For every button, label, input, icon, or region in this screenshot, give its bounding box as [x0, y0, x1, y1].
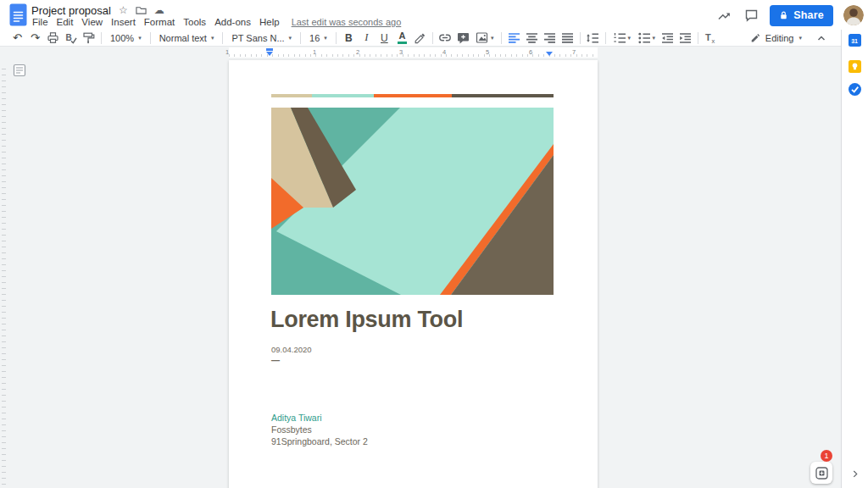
doc-author[interactable]: Aditya Tiwari	[271, 413, 322, 423]
font-select[interactable]: PT Sans N...▾	[226, 30, 297, 46]
share-button[interactable]: Share	[770, 5, 833, 26]
header-actions: Share	[715, 0, 864, 30]
ruler-number: 7	[572, 48, 576, 56]
avatar[interactable]	[843, 5, 864, 25]
last-edit-link[interactable]: Last edit was seconds ago	[292, 17, 402, 27]
menu-tools[interactable]: Tools	[179, 16, 210, 28]
insights-icon[interactable]	[715, 7, 732, 24]
align-center-button[interactable]	[523, 30, 541, 46]
decrease-indent-button[interactable]	[659, 30, 676, 46]
menu-addons[interactable]: Add-ons	[210, 16, 255, 28]
lock-icon	[779, 10, 788, 20]
doc-dash[interactable]: —	[271, 356, 280, 365]
hero-image[interactable]	[271, 108, 554, 295]
menu-edit[interactable]: Edit	[53, 16, 78, 28]
separator	[336, 32, 337, 44]
doc-heading[interactable]: Lorem Ipsum Tool	[270, 307, 463, 333]
chevron-down-icon: ▾	[798, 35, 802, 41]
menu-insert[interactable]: Insert	[107, 16, 140, 28]
share-label: Share	[793, 9, 824, 21]
paint-format-button[interactable]	[80, 30, 97, 46]
chevron-up-icon	[815, 32, 827, 44]
align-right-button[interactable]	[541, 30, 559, 46]
left-margin-marker[interactable]	[266, 52, 273, 56]
svg-text:T: T	[705, 32, 711, 42]
font-size-select[interactable]: 16▾	[304, 30, 332, 46]
explore-button[interactable]	[810, 462, 832, 484]
print-button[interactable]	[44, 30, 62, 46]
underline-button[interactable]: U	[376, 30, 393, 46]
bar-segment-mint	[312, 94, 374, 97]
separator	[222, 32, 223, 44]
menu-bar: File Edit View Insert Format Tools Add-o…	[28, 16, 401, 28]
spellcheck-letter: B	[66, 33, 72, 42]
zoom-select[interactable]: 100%▾	[105, 30, 147, 46]
undo-button[interactable]: ↶	[8, 30, 26, 46]
svg-text:31: 31	[851, 38, 858, 44]
ruler-number: 4	[442, 48, 446, 56]
menu-view[interactable]: View	[77, 16, 107, 28]
doc-date[interactable]: 09.04.2020	[271, 345, 312, 354]
menu-help[interactable]: Help	[255, 16, 284, 28]
justify-button[interactable]	[559, 30, 576, 46]
chevron-down-icon: ▾	[289, 35, 292, 41]
line-spacing-button[interactable]	[584, 30, 602, 46]
horizontal-ruler[interactable]: 1 1 2 3 4 5 6 7	[229, 47, 598, 58]
docs-logo-icon[interactable]	[9, 3, 27, 26]
document-title[interactable]: Project proposal	[31, 4, 111, 17]
bold-button[interactable]: B	[340, 30, 358, 46]
chevron-down-icon: ▾	[324, 35, 327, 41]
separator	[698, 32, 698, 44]
redo-button[interactable]: ↷	[26, 30, 44, 46]
cloud-status-icon[interactable]: ☁	[154, 5, 164, 15]
menu-format[interactable]: Format	[140, 16, 179, 28]
move-folder-icon[interactable]	[136, 5, 147, 15]
text-color-swatch	[398, 42, 407, 44]
accent-color-bar	[271, 94, 554, 97]
document-workspace: 1 1 2 3 4 5 6 7	[0, 47, 842, 488]
calendar-icon[interactable]: 31	[849, 34, 861, 47]
spellcheck-button[interactable]: B	[62, 30, 80, 46]
doc-org[interactable]: Fossbytes	[271, 424, 312, 435]
separator	[150, 32, 151, 44]
increase-indent-button[interactable]	[676, 30, 694, 46]
bulleted-list-button[interactable]: ▾	[634, 30, 659, 46]
editing-mode-label: Editing	[765, 33, 794, 43]
insert-image-button[interactable]: ▾	[472, 30, 498, 46]
toolbar: ↶ ↷ B 100%▾ Normal text▾ PT Sans N...▾ 1…	[0, 30, 842, 47]
hide-side-panel-button[interactable]	[849, 467, 861, 480]
ruler-number: 1	[313, 48, 316, 56]
tasks-icon[interactable]	[849, 83, 861, 96]
ruler-number: 2	[356, 48, 359, 56]
bar-segment-dark	[452, 94, 554, 97]
bar-segment-tan	[271, 94, 312, 97]
clear-formatting-button[interactable]: Tx	[702, 30, 720, 46]
chevron-down-icon: ▾	[628, 35, 632, 41]
chevron-down-icon: ▾	[211, 35, 214, 41]
first-line-indent-marker[interactable]	[266, 48, 273, 51]
right-margin-marker[interactable]	[546, 52, 553, 56]
open-comments-icon[interactable]	[743, 7, 760, 24]
doc-address[interactable]: 91Springboard, Sector 2	[271, 436, 368, 446]
title-row: Project proposal ☆ ☁	[31, 3, 164, 17]
toolbar-right: Editing ▾	[750, 30, 842, 46]
ruler-number: 1	[225, 48, 229, 56]
insert-link-button[interactable]	[437, 30, 454, 46]
ruler-number: 5	[486, 48, 489, 56]
italic-button[interactable]: I	[358, 30, 376, 46]
text-color-button[interactable]: A	[393, 30, 411, 46]
star-icon[interactable]: ☆	[119, 5, 128, 15]
collapse-menus-button[interactable]	[812, 30, 830, 46]
chevron-down-icon: ▾	[138, 35, 142, 41]
numbered-list-button[interactable]: ▾	[609, 30, 634, 46]
show-outline-button[interactable]	[12, 63, 26, 77]
editing-mode-select[interactable]: Editing ▾	[750, 33, 802, 43]
ruler-number: 3	[399, 48, 403, 56]
menu-file[interactable]: File	[28, 16, 53, 28]
document-page[interactable]: Lorem Ipsum Tool 09.04.2020 — Aditya Tiw…	[229, 60, 598, 488]
keep-icon[interactable]	[849, 60, 861, 73]
add-comment-button[interactable]	[454, 30, 472, 46]
align-left-button[interactable]	[505, 30, 523, 46]
styles-select[interactable]: Normal text▾	[154, 30, 220, 46]
highlight-color-button[interactable]	[411, 30, 429, 46]
